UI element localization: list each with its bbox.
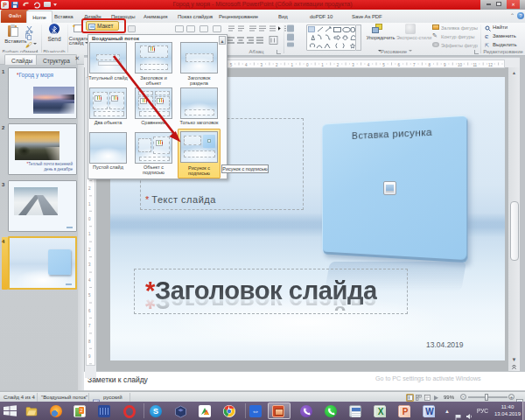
svg-text:1: 1 xyxy=(88,232,91,236)
svg-text:2: 2 xyxy=(88,186,91,191)
svg-text:6: 6 xyxy=(88,309,91,313)
svg-text:3: 3 xyxy=(88,262,91,267)
svg-text:2: 2 xyxy=(337,63,340,67)
svg-text:12: 12 xyxy=(488,63,494,67)
svg-text:2: 2 xyxy=(88,248,91,252)
svg-text:1: 1 xyxy=(290,63,293,67)
svg-text:4: 4 xyxy=(88,278,91,283)
svg-text:7: 7 xyxy=(88,324,91,328)
svg-text:1: 1 xyxy=(88,202,91,206)
svg-text:0: 0 xyxy=(306,63,309,67)
svg-text:10: 10 xyxy=(458,63,463,67)
svg-text:2: 2 xyxy=(276,63,278,67)
svg-text:7: 7 xyxy=(413,63,416,67)
svg-text:1: 1 xyxy=(321,63,324,67)
svg-text:0: 0 xyxy=(88,217,91,221)
svg-text:9: 9 xyxy=(444,63,446,67)
svg-text:5: 5 xyxy=(382,63,385,67)
svg-text:6: 6 xyxy=(398,63,401,67)
svg-text:3: 3 xyxy=(261,63,263,67)
svg-text:11: 11 xyxy=(472,63,477,67)
svg-text:5: 5 xyxy=(230,63,233,67)
svg-text:8: 8 xyxy=(429,63,431,67)
svg-text:4: 4 xyxy=(245,63,248,67)
svg-text:3: 3 xyxy=(352,63,354,67)
svg-text:9: 9 xyxy=(88,354,91,359)
svg-text:4: 4 xyxy=(368,63,370,67)
svg-text:8: 8 xyxy=(88,340,91,344)
svg-text:5: 5 xyxy=(88,293,91,298)
